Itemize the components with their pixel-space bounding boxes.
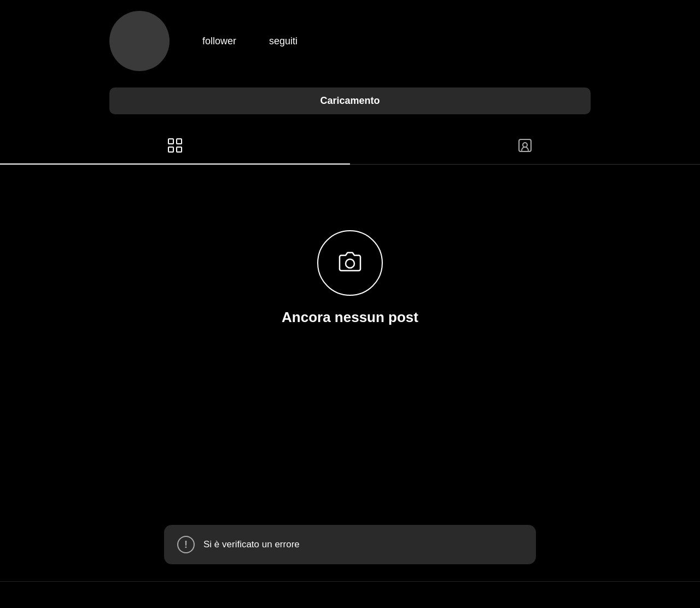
error-icon: ! [177,536,195,553]
follower-label: follower [202,36,236,47]
svg-rect-1 [177,139,182,144]
grid-icon [168,138,182,156]
caricamento-button[interactable]: Caricamento [109,87,591,114]
empty-state: Ancora nessun post [0,230,700,326]
svg-rect-2 [168,147,173,152]
svg-rect-4 [519,139,531,151]
bottom-divider [0,581,700,582]
error-toast: ! Si è verificato un errore [164,525,536,564]
stats-row: follower seguiti [202,36,298,47]
seguiti-stat[interactable]: seguiti [269,36,298,47]
camera-icon [334,247,366,279]
action-button-section: Caricamento [0,82,700,120]
follower-stat[interactable]: follower [202,36,236,47]
tab-grid[interactable] [0,131,350,164]
empty-state-title: Ancora nessun post [282,309,418,326]
tagged-icon [518,138,532,156]
tabs-section [0,131,700,165]
svg-point-5 [523,143,527,147]
seguiti-label: seguiti [269,36,298,47]
profile-header: follower seguiti [0,0,700,82]
svg-rect-3 [177,147,182,152]
error-message: Si è verificato un errore [203,539,300,550]
svg-rect-0 [168,139,173,144]
svg-point-6 [346,259,354,268]
avatar [109,11,170,71]
camera-icon-circle [317,230,383,296]
tab-tagged[interactable] [350,131,700,164]
